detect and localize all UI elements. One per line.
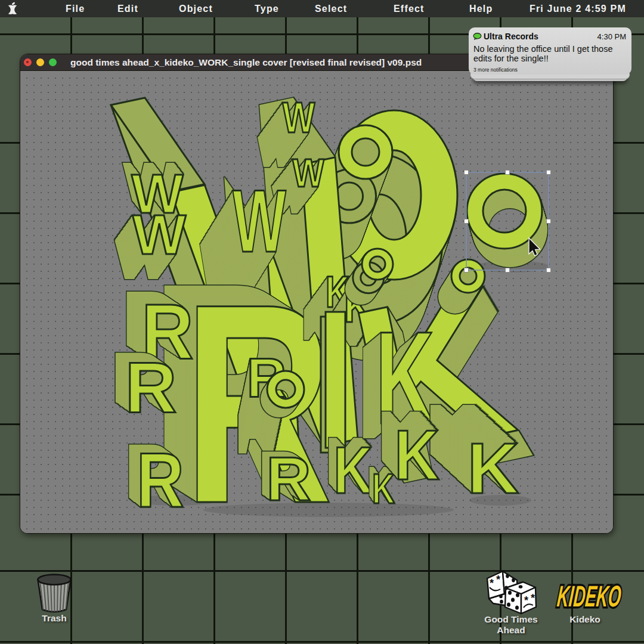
svg-text:*: * bbox=[531, 592, 535, 604]
svg-text:KIDEKO: KIDEKO bbox=[556, 580, 623, 612]
svg-text:*: * bbox=[496, 574, 500, 586]
